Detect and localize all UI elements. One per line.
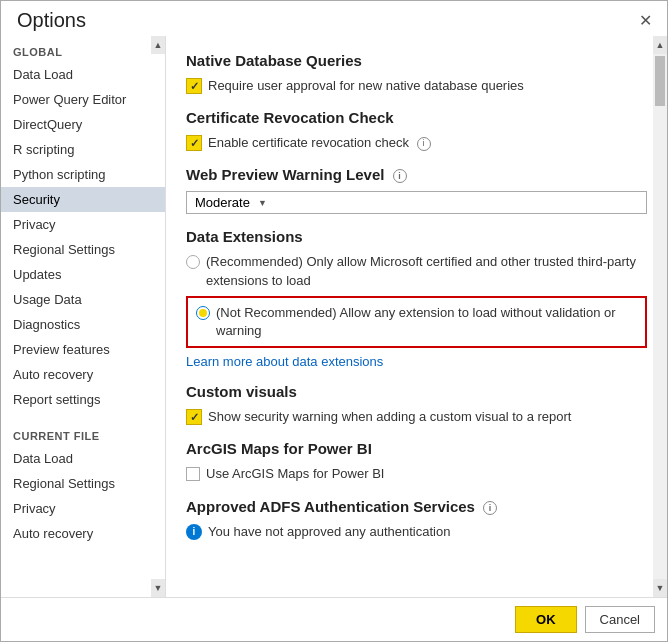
options-dialog: Options ✕ GLOBAL Data Load Power Query E…	[0, 0, 668, 642]
sidebar-item-cf-data-load[interactable]: Data Load	[1, 446, 165, 471]
custom-visuals-title: Custom visuals	[186, 383, 647, 400]
cert-rev-title: Certificate Revocation Check	[186, 109, 647, 126]
sidebar-item-regional-settings[interactable]: Regional Settings	[1, 237, 165, 262]
dialog-titlebar: Options ✕	[1, 1, 667, 36]
content-scroll[interactable]: Native Database Queries ✓ Require user a…	[166, 36, 667, 597]
ok-button[interactable]: OK	[515, 606, 577, 633]
data-ext-radio-not-recommended[interactable]: (Not Recommended) Allow any extension to…	[196, 304, 637, 340]
sidebar-item-python-scripting[interactable]: Python scripting	[1, 162, 165, 187]
cert-rev-text: Enable certificate revocation check i	[208, 134, 431, 152]
sidebar-item-power-query-editor[interactable]: Power Query Editor	[1, 87, 165, 112]
data-ext-title: Data Extensions	[186, 228, 647, 245]
sidebar-item-direct-query[interactable]: DirectQuery	[1, 112, 165, 137]
native-db-checkbox[interactable]: ✓	[186, 78, 202, 94]
dialog-footer: OK Cancel	[1, 597, 667, 641]
sidebar-item-privacy[interactable]: Privacy	[1, 212, 165, 237]
adfs-info-row: i You have not approved any authenticati…	[186, 523, 647, 541]
dialog-body: GLOBAL Data Load Power Query Editor Dire…	[1, 36, 667, 597]
sidebar: GLOBAL Data Load Power Query Editor Dire…	[1, 36, 166, 597]
sidebar-item-report-settings[interactable]: Report settings	[1, 387, 165, 412]
sidebar-item-security[interactable]: Security	[1, 187, 165, 212]
sidebar-item-r-scripting[interactable]: R scripting	[1, 137, 165, 162]
radio-not-recommended-circle[interactable]	[196, 306, 210, 320]
sidebar-item-cf-auto-recovery[interactable]: Auto recovery	[1, 521, 165, 546]
arcgis-option: Use ArcGIS Maps for Power BI	[186, 465, 647, 483]
native-db-title: Native Database Queries	[186, 52, 647, 69]
sidebar-item-preview-features[interactable]: Preview features	[1, 337, 165, 362]
current-file-section-header: CURRENT FILE	[1, 420, 165, 446]
close-button[interactable]: ✕	[635, 11, 655, 31]
sidebar-item-diagnostics[interactable]: Diagnostics	[1, 312, 165, 337]
data-ext-learn-more-link[interactable]: Learn more about data extensions	[186, 354, 647, 369]
custom-visuals-text: Show security warning when adding a cust…	[208, 408, 571, 426]
arcgis-title: ArcGIS Maps for Power BI	[186, 440, 647, 457]
custom-visuals-checkbox[interactable]: ✓	[186, 409, 202, 425]
sidebar-item-usage-data[interactable]: Usage Data	[1, 287, 165, 312]
native-db-option: ✓ Require user approval for new native d…	[186, 77, 647, 95]
web-preview-title: Web Preview Warning Level i	[186, 166, 647, 183]
sidebar-item-updates[interactable]: Updates	[1, 262, 165, 287]
native-db-text: Require user approval for new native dat…	[208, 77, 524, 95]
dropdown-arrow-icon: ▼	[258, 198, 267, 208]
sidebar-item-auto-recovery[interactable]: Auto recovery	[1, 362, 165, 387]
cancel-button[interactable]: Cancel	[585, 606, 655, 633]
adfs-info-circle-icon: i	[186, 524, 202, 540]
cert-rev-option: ✓ Enable certificate revocation check i	[186, 134, 647, 152]
adfs-info-text: You have not approved any authentication	[208, 523, 450, 541]
radio-recommended-circle[interactable]	[186, 255, 200, 269]
adfs-title: Approved ADFS Authentication Services i	[186, 498, 647, 515]
sidebar-item-cf-privacy[interactable]: Privacy	[1, 496, 165, 521]
data-ext-radio-recommended[interactable]: (Recommended) Only allow Microsoft certi…	[186, 253, 647, 289]
cert-rev-checkbox[interactable]: ✓	[186, 135, 202, 151]
cert-rev-info-icon[interactable]: i	[417, 137, 431, 151]
sidebar-scroll-down[interactable]: ▼	[151, 579, 165, 597]
global-section-header: GLOBAL	[1, 36, 165, 62]
web-preview-dropdown[interactable]: Moderate ▼	[186, 191, 647, 214]
arcgis-text: Use ArcGIS Maps for Power BI	[206, 465, 384, 483]
content-scroll-up[interactable]: ▲	[653, 36, 667, 54]
data-ext-not-recommended-text: (Not Recommended) Allow any extension to…	[216, 304, 637, 340]
data-ext-radio-not-recommended-box: (Not Recommended) Allow any extension to…	[186, 296, 647, 348]
content-scroll-down[interactable]: ▼	[653, 579, 667, 597]
sidebar-scroll[interactable]: GLOBAL Data Load Power Query Editor Dire…	[1, 36, 165, 597]
sidebar-item-data-load[interactable]: Data Load	[1, 62, 165, 87]
adfs-info-icon[interactable]: i	[483, 501, 497, 515]
content-area: Native Database Queries ✓ Require user a…	[166, 36, 667, 597]
web-preview-info-icon[interactable]: i	[393, 169, 407, 183]
arcgis-checkbox[interactable]	[186, 467, 200, 481]
dialog-title: Options	[17, 9, 86, 32]
data-ext-recommended-text: (Recommended) Only allow Microsoft certi…	[206, 253, 647, 289]
sidebar-scroll-up[interactable]: ▲	[151, 36, 165, 54]
custom-visuals-option: ✓ Show security warning when adding a cu…	[186, 408, 647, 426]
sidebar-item-cf-regional-settings[interactable]: Regional Settings	[1, 471, 165, 496]
